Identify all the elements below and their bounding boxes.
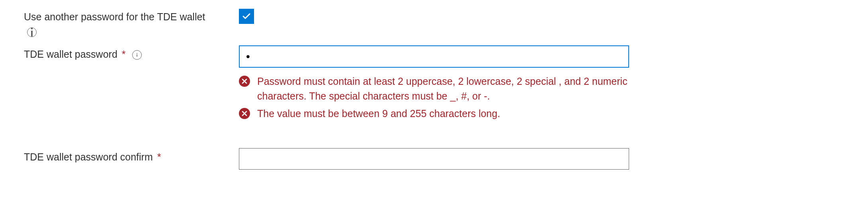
tde-password-errors: Password must contain at least 2 upperca… xyxy=(239,74,629,121)
tde-password-confirm-input[interactable] xyxy=(239,148,629,170)
use-another-password-control-col xyxy=(239,8,844,24)
required-indicator: * xyxy=(157,151,161,162)
required-indicator: * xyxy=(122,49,126,60)
svg-rect-1 xyxy=(31,31,33,37)
svg-rect-3 xyxy=(137,55,138,57)
use-another-password-label-col: Use another password for the TDE wallet xyxy=(24,8,239,41)
tde-password-confirm-label: TDE wallet password confirm xyxy=(24,151,153,162)
tde-password-label-col: TDE wallet password * xyxy=(24,45,239,60)
info-icon[interactable] xyxy=(132,50,142,60)
tde-password-control-col: Password must contain at least 2 upperca… xyxy=(239,45,844,124)
svg-point-2 xyxy=(137,53,138,54)
tde-password-confirm-label-col: TDE wallet password confirm * xyxy=(24,148,239,163)
info-icon[interactable] xyxy=(27,27,37,37)
svg-point-0 xyxy=(31,28,33,29)
error-item: Password must contain at least 2 upperca… xyxy=(239,74,629,104)
error-x-icon xyxy=(239,76,250,87)
tde-password-confirm-control-col xyxy=(239,148,844,170)
tde-password-label: TDE wallet password xyxy=(24,49,117,60)
error-text: The value must be between 9 and 255 char… xyxy=(257,106,500,121)
tde-password-input[interactable] xyxy=(239,45,629,68)
use-another-password-label: Use another password for the TDE wallet xyxy=(24,11,205,22)
error-x-icon xyxy=(239,108,250,119)
error-text: Password must contain at least 2 upperca… xyxy=(257,74,629,104)
tde-password-confirm-row: TDE wallet password confirm * xyxy=(24,148,844,170)
error-item: The value must be between 9 and 255 char… xyxy=(239,106,629,121)
tde-password-row: TDE wallet password * Password must cont… xyxy=(24,45,844,124)
use-another-password-checkbox[interactable] xyxy=(239,9,254,24)
use-another-password-row: Use another password for the TDE wallet xyxy=(24,8,844,41)
